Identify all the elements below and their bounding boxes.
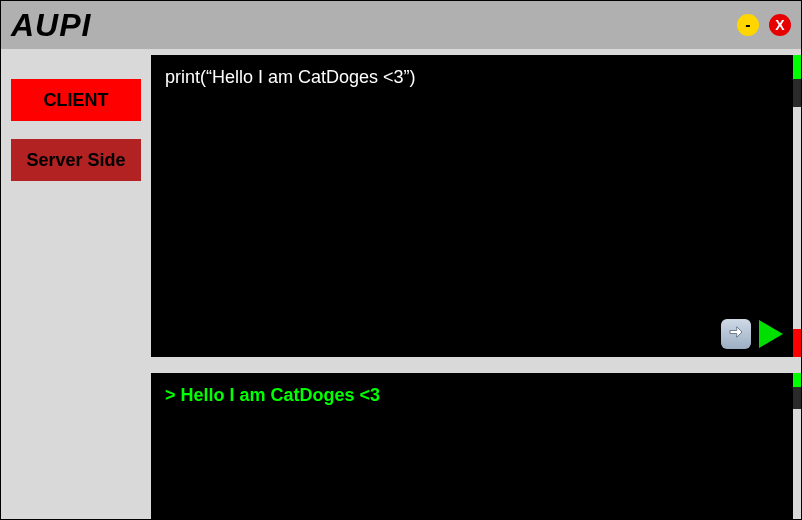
- output-console[interactable]: > Hello I am CatDoges <3: [151, 373, 793, 520]
- title-bar: AUPI - X: [1, 1, 801, 49]
- scroll-marker-top: [793, 373, 801, 387]
- scroll-track: [793, 387, 801, 409]
- run-controls: [721, 319, 783, 349]
- scroll-track-mid: [793, 107, 801, 329]
- app-title: AUPI: [11, 7, 91, 44]
- close-button[interactable]: X: [769, 14, 791, 36]
- close-icon: X: [775, 17, 784, 33]
- minimize-button[interactable]: -: [737, 14, 759, 36]
- output-wrap: > Hello I am CatDoges <3: [151, 373, 801, 520]
- scroll-track-mid: [793, 409, 801, 520]
- output-line: > Hello I am CatDoges <3: [165, 385, 779, 406]
- scroll-track: [793, 79, 801, 107]
- main-area: print(“Hello I am CatDoges <3”): [151, 49, 801, 519]
- body: CLIENT Server Side print(“Hello I am Cat…: [1, 49, 801, 519]
- tab-server-side[interactable]: Server Side: [11, 139, 141, 181]
- editor-wrap: print(“Hello I am CatDoges <3”): [151, 55, 801, 357]
- window-controls: - X: [737, 14, 791, 36]
- editor-scrollbar[interactable]: [793, 55, 801, 357]
- tab-server-label: Server Side: [26, 150, 125, 171]
- minimize-icon: -: [745, 16, 750, 34]
- tab-client[interactable]: CLIENT: [11, 79, 141, 121]
- step-button[interactable]: [721, 319, 751, 349]
- code-editor[interactable]: print(“Hello I am CatDoges <3”): [151, 55, 793, 357]
- run-button[interactable]: [759, 320, 783, 348]
- scroll-marker-top: [793, 55, 801, 79]
- arrow-right-icon: [727, 323, 745, 346]
- code-line: print(“Hello I am CatDoges <3”): [165, 67, 779, 88]
- output-scrollbar[interactable]: [793, 373, 801, 520]
- scroll-marker-bottom: [793, 329, 801, 357]
- tab-client-label: CLIENT: [44, 90, 109, 111]
- sidebar: CLIENT Server Side: [1, 49, 151, 519]
